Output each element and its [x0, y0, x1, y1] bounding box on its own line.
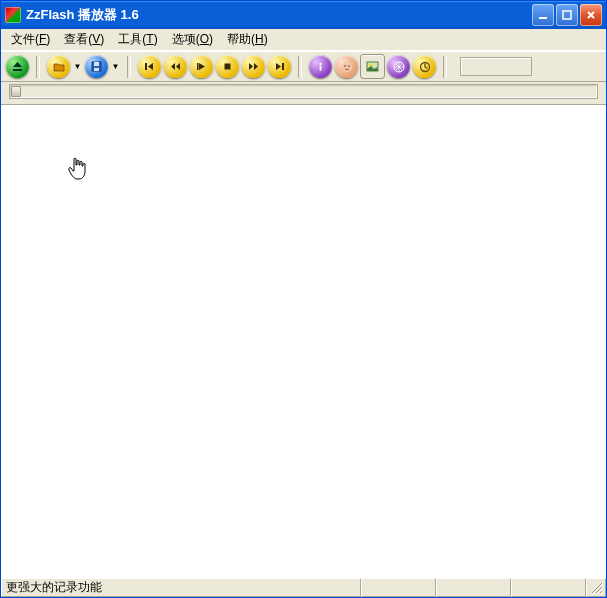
last-frame-button[interactable] [268, 55, 291, 78]
hand-cursor-icon [67, 157, 87, 181]
info-button[interactable] [309, 55, 332, 78]
menu-file[interactable]: 文件(F) [5, 29, 56, 50]
app-icon [5, 7, 21, 23]
eject-button[interactable] [6, 55, 29, 78]
minimize-button[interactable] [532, 4, 554, 26]
toolbar-separator [298, 56, 302, 78]
toolbar-separator [127, 56, 131, 78]
toolbar-field[interactable] [454, 57, 529, 76]
status-message: 更强大的记录功能 [1, 578, 361, 597]
window-controls [532, 4, 602, 26]
app-window: ZzFlash 播放器 1.6 文件(F) 查看(V) 工具(T) 选项(O) [0, 0, 607, 598]
svg-rect-0 [539, 17, 547, 19]
svg-rect-3 [94, 62, 99, 66]
status-panel-4 [511, 578, 586, 597]
maximize-button[interactable] [556, 4, 578, 26]
status-panel-2 [361, 578, 436, 597]
menu-help[interactable]: 帮助(H) [221, 29, 274, 50]
statusbar: 更强大的记录功能 [1, 577, 606, 597]
svg-rect-8 [282, 63, 284, 70]
status-panel-3 [436, 578, 511, 597]
face-button[interactable] [335, 55, 358, 78]
svg-point-11 [342, 62, 352, 72]
misc-button[interactable] [413, 55, 436, 78]
toolbar-separator [443, 56, 447, 78]
snapshot-button[interactable] [361, 55, 384, 78]
next-frame-button[interactable] [242, 55, 265, 78]
svg-rect-7 [225, 64, 231, 70]
seekbar-row [1, 82, 606, 105]
seek-slider[interactable] [9, 84, 598, 99]
open-dropdown-icon[interactable]: ▼ [73, 62, 82, 71]
address-box[interactable] [460, 57, 532, 76]
close-button[interactable] [580, 4, 602, 26]
play-button[interactable] [190, 55, 213, 78]
content-area[interactable] [1, 105, 606, 577]
svg-rect-4 [94, 68, 99, 71]
menubar: 文件(F) 查看(V) 工具(T) 选项(O) 帮助(H) [1, 29, 606, 51]
open-button[interactable] [47, 55, 70, 78]
menu-view[interactable]: 查看(V) [58, 29, 110, 50]
menu-options[interactable]: 选项(O) [166, 29, 219, 50]
svg-point-13 [348, 65, 350, 67]
toolbar: ▼ ▼ [1, 51, 606, 82]
menu-tools[interactable]: 工具(T) [112, 29, 163, 50]
svg-rect-5 [145, 63, 147, 70]
toolbar-separator [36, 56, 40, 78]
titlebar[interactable]: ZzFlash 播放器 1.6 [1, 1, 606, 29]
svg-point-9 [319, 63, 321, 65]
svg-rect-10 [320, 66, 322, 71]
resize-grip-icon [591, 582, 603, 594]
seek-thumb-icon[interactable] [11, 86, 21, 97]
svg-rect-6 [197, 63, 199, 70]
stop-button[interactable] [216, 55, 239, 78]
globe-button[interactable] [387, 55, 410, 78]
prev-frame-button[interactable] [164, 55, 187, 78]
svg-point-12 [344, 65, 346, 67]
svg-rect-1 [563, 11, 571, 19]
save-dropdown-icon[interactable]: ▼ [111, 62, 120, 71]
window-title: ZzFlash 播放器 1.6 [26, 6, 532, 24]
first-frame-button[interactable] [138, 55, 161, 78]
resize-grip[interactable] [586, 578, 606, 597]
save-button[interactable] [85, 55, 108, 78]
